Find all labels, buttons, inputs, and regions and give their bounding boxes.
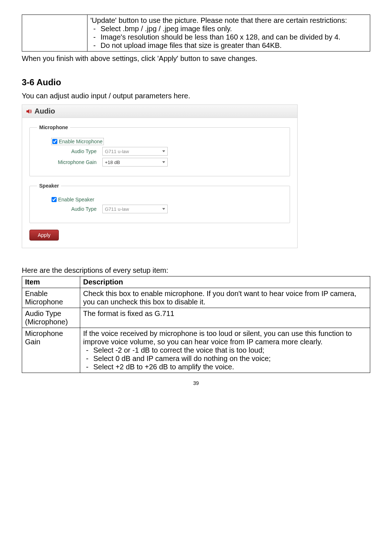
desc-text: If the voice received by microphone is t… <box>80 328 370 373</box>
chevron-down-icon <box>162 151 165 152</box>
desc-item: Enable Microphone <box>22 288 80 308</box>
top-table-bullets: Select .bmp / .jpg / .jpeg image files o… <box>90 25 367 50</box>
table-row: Audio Type (Microphone) The format is fi… <box>22 308 370 328</box>
desc-text: The format is fixed as G.711 <box>80 308 370 328</box>
microphone-group: Microphone Enable Microphone Audio Type … <box>29 124 290 176</box>
mic-audio-type-value: G711 u-law <box>105 149 129 154</box>
desc-item: Audio Type (Microphone) <box>22 308 80 328</box>
gain-bullet: Select -2 or -1 dB to correct the voice … <box>83 346 367 354</box>
apply-button[interactable]: Apply <box>29 230 59 241</box>
table-row: Microphone Gain If the voice received by… <box>22 328 370 373</box>
mic-gain-value: +18 dB <box>105 160 120 165</box>
top-table-item-cell <box>22 15 87 52</box>
top-table-bullet: Do not upload image files that size is g… <box>90 41 367 50</box>
table-row: Enable Microphone Check this box to enab… <box>22 288 370 308</box>
gain-bullet: Select +2 dB to +26 dB to amplify the vo… <box>83 363 367 371</box>
speaker-audio-type-label: Audio Type <box>37 206 102 212</box>
enable-speaker-text: Enable Speaker <box>58 197 94 202</box>
top-table-desc-cell: 'Update' button to use the picture. Plea… <box>87 15 370 52</box>
audio-settings-panel: Audio Microphone Enable Microphone Audio… <box>22 104 298 248</box>
mic-audio-type-label: Audio Type <box>37 148 102 154</box>
desc-header-description: Description <box>80 276 370 288</box>
mic-gain-select[interactable]: +18 dB <box>102 158 168 167</box>
speaker-icon <box>26 108 32 115</box>
speaker-legend: Speaker <box>37 183 61 189</box>
panel-title: Audio <box>34 107 55 115</box>
enable-speaker-checkbox[interactable] <box>52 197 57 202</box>
enable-microphone-checkbox[interactable] <box>52 139 57 144</box>
section-heading-audio: 3-6 Audio <box>22 77 370 87</box>
mic-gain-label: Microphone Gain <box>37 159 102 165</box>
page-number: 39 <box>22 380 370 386</box>
svg-marker-0 <box>26 109 29 114</box>
panel-header: Audio <box>22 105 297 118</box>
gain-bullet: Select 0 dB and IP camera will do nothin… <box>83 354 367 363</box>
apply-instruction-paragraph: When you finish with above settings, cli… <box>22 54 370 63</box>
desc-header-item: Item <box>22 276 80 288</box>
section-intro: You can adjust audio input / output para… <box>22 92 370 100</box>
top-table-bullet: Image's resolution should be less than 1… <box>90 33 367 41</box>
speaker-group: Speaker Enable Speaker Audio Type G711 u… <box>29 183 290 223</box>
speaker-audio-type-select[interactable]: G711 u-law <box>102 205 168 213</box>
setup-descriptions-table: Item Description Enable Microphone Check… <box>22 276 370 373</box>
panel-body: Microphone Enable Microphone Audio Type … <box>22 118 297 248</box>
desc-text-line: If the voice received by microphone is t… <box>83 329 367 346</box>
chevron-down-icon <box>162 208 165 210</box>
speaker-audio-type-value: G711 u-law <box>105 206 129 212</box>
mic-audio-type-select[interactable]: G711 u-law <box>102 147 168 156</box>
descriptions-intro: Here are the descriptions of every setup… <box>22 266 370 275</box>
microphone-legend: Microphone <box>37 124 70 130</box>
desc-text: Check this box to enable microphone. If … <box>80 288 370 308</box>
desc-item: Microphone Gain <box>22 328 80 373</box>
gain-bullets: Select -2 or -1 dB to correct the voice … <box>83 346 367 371</box>
enable-microphone-checkbox-label[interactable]: Enable Microphone <box>52 138 103 145</box>
enable-microphone-text: Enable Microphone <box>59 139 103 144</box>
top-table-bullet: Select .bmp / .jpg / .jpeg image files o… <box>90 25 367 33</box>
top-table-desc-line: 'Update' button to use the picture. Plea… <box>90 16 367 25</box>
chevron-down-icon <box>162 161 165 163</box>
upload-restrictions-table: 'Update' button to use the picture. Plea… <box>22 15 370 52</box>
enable-speaker-checkbox-label[interactable]: Enable Speaker <box>52 197 94 202</box>
